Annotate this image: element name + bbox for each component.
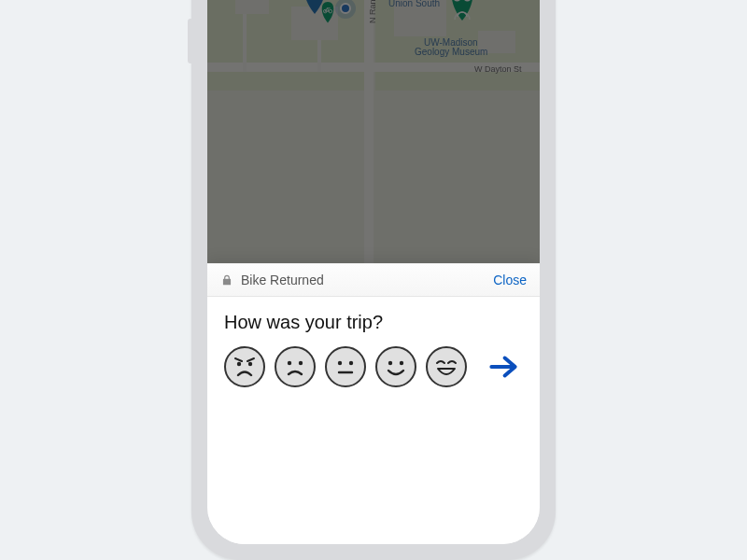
phone-screen: University ofWisconsin-Madison Observato… — [207, 0, 540, 544]
svg-point-54 — [349, 361, 353, 365]
close-button[interactable]: Close — [493, 273, 527, 287]
svg-rect-7 — [364, 0, 374, 263]
map[interactable]: University ofWisconsin-Madison Observato… — [207, 0, 540, 263]
rating-happy[interactable] — [375, 346, 416, 387]
svg-point-56 — [388, 361, 392, 365]
next-arrow-button[interactable] — [484, 347, 523, 386]
svg-point-47 — [237, 362, 241, 366]
svg-text:W Dayton St: W Dayton St — [474, 64, 522, 74]
rating-sad[interactable] — [275, 346, 316, 387]
lock-icon — [220, 273, 233, 287]
svg-line-50 — [247, 358, 254, 361]
phone-frame: University ofWisconsin-Madison Observato… — [191, 0, 556, 560]
svg-rect-17 — [235, 0, 269, 14]
svg-text:Union South: Union South — [388, 0, 440, 8]
rating-neutral[interactable] — [325, 346, 366, 387]
svg-text:N Randall Ave: N Randall Ave — [368, 0, 377, 23]
svg-point-57 — [400, 361, 403, 365]
svg-point-51 — [288, 361, 291, 365]
sheet-status-text: Bike Returned — [241, 273, 493, 287]
svg-point-52 — [299, 361, 303, 365]
phone-side-button — [188, 19, 191, 63]
svg-point-53 — [338, 361, 342, 365]
svg-point-46 — [341, 4, 350, 13]
sheet-header: Bike Returned Close — [207, 264, 540, 297]
svg-line-49 — [235, 358, 242, 361]
rating-angry[interactable] — [224, 346, 265, 387]
rating-grin[interactable] — [426, 346, 467, 387]
rating-row — [224, 346, 523, 387]
feedback-prompt: How was your trip? — [224, 312, 523, 333]
svg-point-48 — [248, 362, 252, 366]
trip-feedback-sheet: Bike Returned Close How was your trip? — [207, 263, 540, 544]
svg-text:UW-MadisonGeology Museum: UW-MadisonGeology Museum — [415, 37, 487, 57]
